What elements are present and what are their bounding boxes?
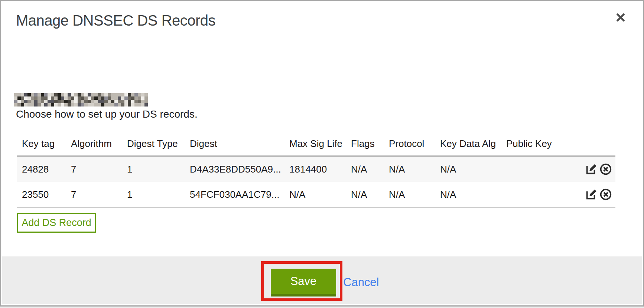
col-header-flags: Flags [346, 138, 384, 150]
cell-digest-type: 1 [122, 189, 185, 200]
col-header-key-tag: Key tag [17, 138, 66, 150]
edit-icon [585, 188, 598, 201]
table-header-row: Key tag Algorithm Digest Type Digest Max… [17, 132, 615, 157]
delete-record-button[interactable] [599, 188, 612, 201]
cell-key-data-alg: N/A [435, 189, 501, 200]
cell-key-tag: 23550 [17, 189, 66, 200]
delete-icon [599, 163, 612, 176]
edit-record-button[interactable] [585, 163, 598, 176]
close-button[interactable] [612, 9, 630, 26]
delete-record-button[interactable] [599, 163, 612, 176]
col-header-digest: Digest [185, 138, 284, 150]
dnssec-dialog: Manage DNSSEC DS Records Choose how to s… [0, 0, 644, 307]
cell-flags: N/A [346, 189, 384, 200]
cell-actions [583, 163, 615, 176]
close-icon [614, 11, 627, 24]
intro-text: Choose how to set up your DS records. [16, 108, 198, 120]
edit-icon [585, 163, 598, 176]
add-ds-record-button[interactable]: Add DS Record [17, 213, 96, 233]
cell-digest: D4A33E8DD550A9... [185, 164, 284, 175]
cancel-link[interactable]: Cancel [343, 276, 379, 289]
edit-record-button[interactable] [585, 188, 598, 201]
col-header-public-key: Public Key [501, 138, 583, 150]
col-header-digest-type: Digest Type [122, 138, 185, 150]
cell-flags: N/A [346, 164, 384, 175]
col-header-protocol: Protocol [384, 138, 435, 150]
cell-digest-type: 1 [122, 164, 185, 175]
col-header-key-data-alg: Key Data Alg [435, 138, 501, 150]
cell-protocol: N/A [384, 189, 435, 200]
ds-records-table: Key tag Algorithm Digest Type Digest Max… [17, 132, 615, 208]
save-button[interactable]: Save [271, 269, 336, 296]
cell-algorithm: 7 [66, 164, 122, 175]
screenshot-stage: Manage DNSSEC DS Records Choose how to s… [0, 0, 644, 308]
col-header-max-sig-life: Max Sig Life [284, 138, 346, 150]
delete-icon [599, 188, 612, 201]
cell-key-data-alg: N/A [435, 164, 501, 175]
cell-max-sig-life: 1814400 [284, 164, 346, 175]
page-title: Manage DNSSEC DS Records [16, 12, 215, 29]
table-row: 23550 7 1 54FCF030AA1C79... N/A N/A N/A … [17, 182, 615, 208]
cell-protocol: N/A [384, 164, 435, 175]
cell-key-tag: 24828 [17, 164, 66, 175]
cell-max-sig-life: N/A [284, 189, 346, 200]
col-header-algorithm: Algorithm [66, 138, 122, 150]
cell-digest: 54FCF030AA1C79... [185, 189, 284, 200]
cell-algorithm: 7 [66, 189, 122, 200]
redacted-domain-name [14, 93, 148, 107]
cell-actions [583, 188, 615, 201]
table-row: 24828 7 1 D4A33E8DD550A9... 1814400 N/A … [17, 157, 615, 182]
